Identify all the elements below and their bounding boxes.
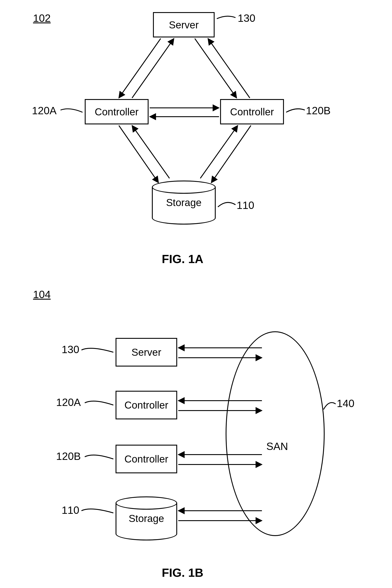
server-label-b: Server — [132, 346, 161, 358]
svg-line-2 — [195, 38, 236, 98]
storage-cyl-b: Storage — [116, 496, 177, 540]
controller-a-label-b: Controller — [124, 399, 168, 411]
controller-b-label-a: Controller — [230, 106, 274, 118]
svg-line-3 — [208, 38, 250, 98]
server-box-a: Server — [153, 12, 214, 38]
controller-a-label-a: Controller — [95, 106, 138, 118]
controller-b-label-b: Controller — [124, 453, 168, 465]
controller-b-box-a: Controller — [220, 99, 284, 124]
fig-b-caption: FIG. 1B — [162, 566, 203, 580]
controller-b-callout-b: 120B — [56, 450, 81, 462]
san-label: SAN — [266, 440, 288, 452]
svg-line-0 — [119, 38, 161, 98]
fig-a-ref: 102 — [33, 12, 50, 24]
server-callout-a: 130 — [238, 12, 255, 24]
controller-b-box-b: Controller — [116, 445, 177, 473]
fig-a-caption: FIG. 1A — [162, 252, 203, 266]
svg-line-7 — [132, 126, 170, 178]
svg-line-6 — [119, 126, 158, 183]
svg-line-1 — [132, 38, 174, 98]
server-box-b: Server — [116, 338, 177, 366]
controller-a-callout-b: 120A — [56, 396, 81, 408]
controller-a-callout-a: 120A — [32, 104, 56, 117]
storage-label-a: Storage — [166, 196, 202, 208]
fig-b-ref: 104 — [33, 288, 50, 300]
controller-a-box-b: Controller — [116, 391, 177, 419]
server-callout-b: 130 — [62, 344, 79, 356]
san-callout: 140 — [337, 397, 354, 410]
san-ellipse — [226, 331, 325, 536]
arrows-overlay — [0, 0, 392, 588]
storage-label-b: Storage — [128, 512, 164, 524]
controller-b-callout-a: 120B — [306, 104, 330, 117]
storage-cyl-a: Storage — [152, 180, 216, 224]
controller-a-box-a: Controller — [85, 99, 148, 124]
server-label-a: Server — [169, 19, 198, 31]
svg-line-8 — [211, 126, 251, 183]
storage-callout-a: 110 — [236, 199, 254, 211]
storage-callout-b: 110 — [62, 504, 79, 516]
svg-line-9 — [200, 126, 238, 178]
